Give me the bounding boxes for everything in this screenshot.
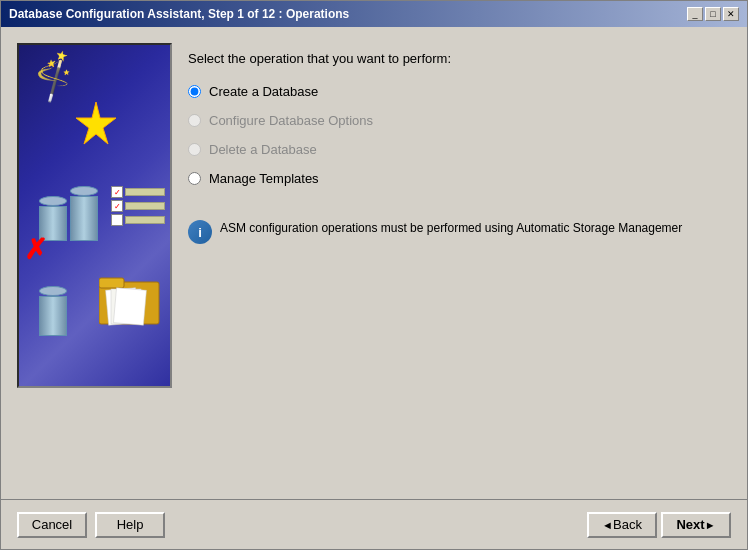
radio-configure-input[interactable] [188, 114, 201, 127]
back-button[interactable]: ◄ Back [587, 512, 657, 538]
radio-manage-templates[interactable]: Manage Templates [188, 171, 731, 186]
content-area: 🪄 ✓ ✓ [1, 27, 747, 499]
starburst-icon [74, 100, 119, 148]
options-panel: Select the operation that you want to pe… [188, 43, 731, 483]
radio-create-input[interactable] [188, 85, 201, 98]
main-window: Database Configuration Assistant, Step 1… [0, 0, 748, 550]
cancel-button[interactable]: Cancel [17, 512, 87, 538]
title-bar: Database Configuration Assistant, Step 1… [1, 1, 747, 27]
next-arrow-icon: ► [705, 519, 716, 531]
window-title: Database Configuration Assistant, Step 1… [9, 7, 349, 21]
instruction-text: Select the operation that you want to pe… [188, 51, 731, 66]
checklist-icon: ✓ ✓ [111, 186, 165, 226]
main-panel: 🪄 ✓ ✓ [17, 43, 731, 483]
radio-create-label[interactable]: Create a Database [209, 84, 318, 99]
svg-rect-2 [99, 278, 124, 288]
info-box: i ASM configuration operations must be p… [188, 220, 731, 244]
svg-rect-5 [113, 288, 146, 325]
next-label: Next [676, 517, 704, 532]
illustration-panel: 🪄 ✓ ✓ [17, 43, 172, 388]
radio-manage-label[interactable]: Manage Templates [209, 171, 319, 186]
maximize-button[interactable]: □ [705, 7, 721, 21]
wand-icon: 🪄 [27, 47, 87, 106]
svg-marker-0 [76, 102, 116, 144]
radio-configure-label: Configure Database Options [209, 113, 373, 128]
db-cylinders-top [39, 186, 98, 241]
db-cylinders-bottom [39, 286, 67, 336]
info-icon: i [188, 220, 212, 244]
radio-create-database[interactable]: Create a Database [188, 84, 731, 99]
title-controls: _ □ ✕ [687, 7, 739, 21]
back-label: Back [613, 517, 642, 532]
radio-manage-input[interactable] [188, 172, 201, 185]
footer: Cancel Help ◄ Back Next ► [1, 499, 747, 549]
radio-delete-label: Delete a Database [209, 142, 317, 157]
radio-delete-database[interactable]: Delete a Database [188, 142, 731, 157]
radio-delete-input[interactable] [188, 143, 201, 156]
close-button[interactable]: ✕ [723, 7, 739, 21]
footer-left-buttons: Cancel Help [17, 512, 165, 538]
back-arrow-icon: ◄ [602, 519, 613, 531]
help-button[interactable]: Help [95, 512, 165, 538]
error-x-icon: ✗ [24, 233, 47, 266]
info-message: ASM configuration operations must be per… [220, 220, 731, 237]
next-button[interactable]: Next ► [661, 512, 731, 538]
folder-icon [99, 274, 164, 341]
minimize-button[interactable]: _ [687, 7, 703, 21]
radio-configure-database[interactable]: Configure Database Options [188, 113, 731, 128]
footer-right-buttons: ◄ Back Next ► [587, 512, 731, 538]
